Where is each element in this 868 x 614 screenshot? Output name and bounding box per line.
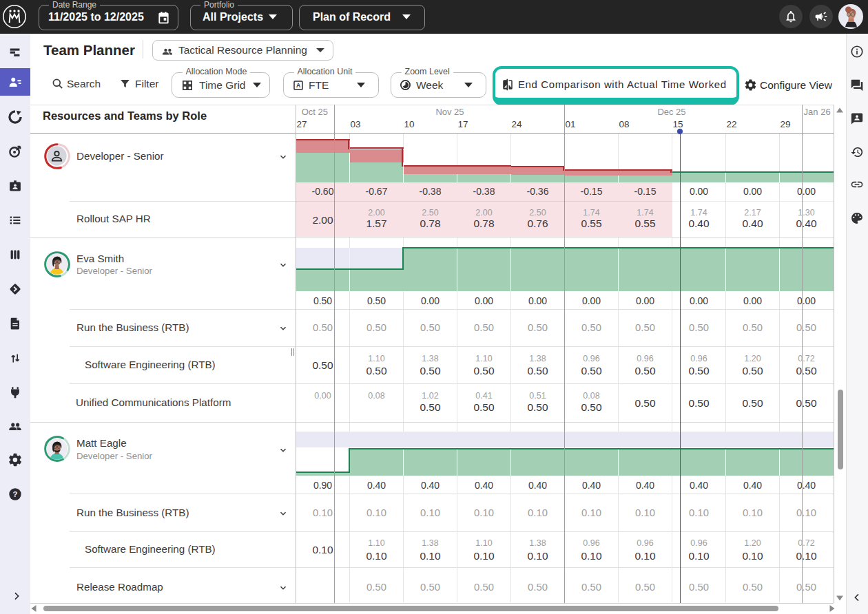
svg-text:A: A	[296, 82, 300, 89]
svg-text:?: ?	[13, 490, 18, 498]
